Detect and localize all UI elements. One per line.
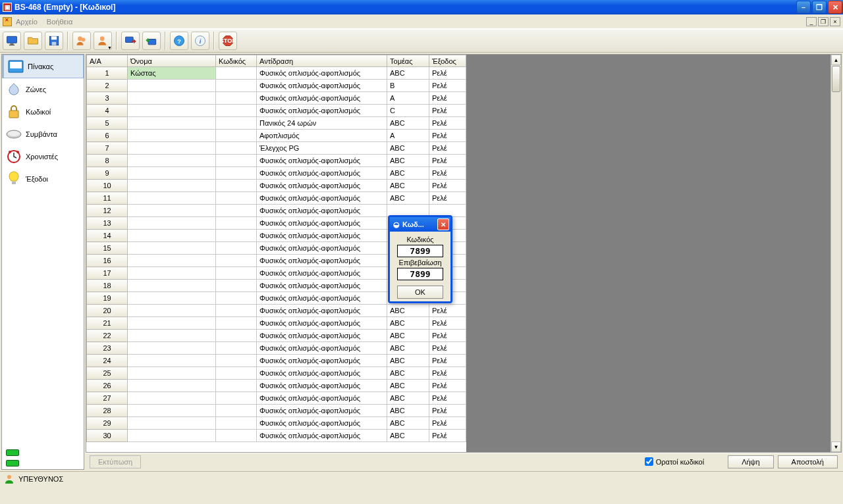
cell-name[interactable] — [128, 205, 216, 217]
table-row[interactable]: 24Φυσικός οπλισμός-αφοπλισμόςABCΡελέ — [87, 355, 466, 367]
header-code[interactable]: Κωδικός — [216, 55, 257, 67]
open-button[interactable] — [24, 32, 42, 50]
cell-exit[interactable]: Ρελέ — [429, 342, 466, 355]
cell-react[interactable]: Φυσικός οπλισμός-αφοπλισμός — [257, 417, 387, 430]
table-row[interactable]: 7Έλεγχος PGABCΡελέ — [87, 142, 466, 155]
cell-react[interactable]: Φυσικός οπλισμός-αφοπλισμός — [257, 255, 387, 267]
cell-react[interactable]: Φυσικός οπλισμός-αφοπλισμός — [257, 380, 387, 392]
save-button[interactable] — [45, 32, 63, 50]
cell-aa[interactable]: 6 — [87, 130, 128, 142]
cell-aa[interactable]: 29 — [87, 417, 128, 430]
cell-react[interactable]: Φυσικός οπλισμός-αφοπλισμός — [257, 317, 387, 330]
cell-sector[interactable]: ABC — [387, 380, 429, 392]
cell-code[interactable] — [216, 230, 257, 242]
mdi-restore-button[interactable]: ❐ — [818, 17, 829, 26]
cell-sector[interactable]: ABC — [387, 192, 429, 205]
cell-code[interactable] — [216, 305, 257, 317]
cell-name[interactable] — [128, 92, 216, 105]
table-row[interactable]: 3Φυσικός οπλισμός-αφοπλισμόςAΡελέ — [87, 92, 466, 105]
cell-exit[interactable]: Ρελέ — [429, 80, 466, 92]
cell-aa[interactable]: 17 — [87, 267, 128, 280]
scroll-up-button[interactable]: ▲ — [831, 55, 841, 65]
receive-button[interactable]: Λήψη — [728, 455, 773, 468]
mdi-minimize-button[interactable]: _ — [806, 17, 817, 26]
cell-code[interactable] — [216, 142, 257, 155]
stop-button[interactable]: STOP — [219, 32, 237, 50]
cell-react[interactable]: Φυσικός οπλισμός-αφοπλισμός — [257, 430, 387, 442]
header-exit[interactable]: Έξοδος — [429, 55, 466, 67]
cell-aa[interactable]: 21 — [87, 317, 128, 330]
dialog-code-input[interactable] — [397, 245, 443, 257]
cell-exit[interactable]: Ρελέ — [429, 430, 466, 442]
cell-aa[interactable]: 5 — [87, 117, 128, 130]
minimize-button[interactable]: – — [796, 1, 811, 14]
cell-name[interactable] — [128, 167, 216, 180]
cell-code[interactable] — [216, 217, 257, 230]
cell-react[interactable]: Φυσικός οπλισμός-αφοπλισμός — [257, 367, 387, 380]
cell-code[interactable] — [216, 130, 257, 142]
cell-sector[interactable]: ABC — [387, 180, 429, 192]
cell-react[interactable]: Φυσικός οπλισμός-αφοπλισμός — [257, 67, 387, 80]
table-row[interactable]: 26Φυσικός οπλισμός-αφοπλισμόςABCΡελέ — [87, 380, 466, 392]
mdi-close-button[interactable]: × — [830, 17, 840, 26]
header-sector[interactable]: Τομέας — [387, 55, 429, 67]
cell-sector[interactable]: ABC — [387, 430, 429, 442]
sidebar-item-panel[interactable]: Πίνακας — [2, 55, 84, 78]
visible-codes-check[interactable] — [645, 457, 653, 466]
cell-aa[interactable]: 16 — [87, 255, 128, 267]
cell-code[interactable] — [216, 317, 257, 330]
cell-react[interactable]: Φυσικός οπλισμός-αφοπλισμός — [257, 192, 387, 205]
table-row[interactable]: 4Φυσικός οπλισμός-αφοπλισμόςCΡελέ — [87, 105, 466, 117]
cell-code[interactable] — [216, 205, 257, 217]
download-button[interactable] — [121, 32, 140, 50]
cell-code[interactable] — [216, 417, 257, 430]
scroll-thumb[interactable] — [832, 66, 840, 92]
cell-name[interactable] — [128, 105, 216, 117]
cell-aa[interactable]: 8 — [87, 155, 128, 167]
users-add-button[interactable] — [72, 32, 91, 50]
monitor-button[interactable] — [3, 32, 21, 50]
cell-code[interactable] — [216, 105, 257, 117]
cell-react[interactable]: Φυσικός οπλισμός-αφοπλισμός — [257, 405, 387, 417]
cell-aa[interactable]: 24 — [87, 355, 128, 367]
cell-react[interactable]: Φυσικός οπλισμός-αφοπλισμός — [257, 92, 387, 105]
cell-react[interactable]: Φυσικός οπλισμός-αφοπλισμός — [257, 355, 387, 367]
table-row[interactable]: 21Φυσικός οπλισμός-αφοπλισμόςABCΡελέ — [87, 317, 466, 330]
sidebar-item-events[interactable]: Συμβάντα — [2, 123, 84, 145]
cell-name[interactable] — [128, 142, 216, 155]
visible-codes-checkbox[interactable]: Ορατοί κωδικοί — [645, 457, 704, 466]
scroll-down-button[interactable]: ▼ — [831, 441, 841, 452]
cell-aa[interactable]: 11 — [87, 192, 128, 205]
cell-react[interactable]: Φυσικός οπλισμός-αφοπλισμός — [257, 180, 387, 192]
cell-sector[interactable]: ABC — [387, 405, 429, 417]
cell-react[interactable]: Φυσικός οπλισμός-αφοπλισμός — [257, 292, 387, 305]
cell-aa[interactable]: 15 — [87, 242, 128, 255]
cell-react[interactable]: Αφοπλισμός — [257, 130, 387, 142]
cell-code[interactable] — [216, 355, 257, 367]
table-row[interactable]: 9Φυσικός οπλισμός-αφοπλισμόςABCΡελέ — [87, 167, 466, 180]
cell-name[interactable] — [128, 117, 216, 130]
cell-aa[interactable]: 10 — [87, 180, 128, 192]
cell-react[interactable]: Φυσικός οπλισμός-αφοπλισμός — [257, 330, 387, 342]
cell-exit[interactable]: Ρελέ — [429, 380, 466, 392]
table-row[interactable]: 29Φυσικός οπλισμός-αφοπλισμόςABCΡελέ — [87, 417, 466, 430]
cell-code[interactable] — [216, 405, 257, 417]
cell-exit[interactable]: Ρελέ — [429, 305, 466, 317]
cell-code[interactable] — [216, 367, 257, 380]
header-name[interactable]: Όνομα — [128, 55, 216, 67]
table-row[interactable]: 10Φυσικός οπλισμός-αφοπλισμόςABCΡελέ — [87, 180, 466, 192]
menu-file[interactable]: Αρχείο — [16, 18, 38, 26]
cell-aa[interactable]: 7 — [87, 142, 128, 155]
cell-react[interactable]: Φυσικός οπλισμός-αφοπλισμός — [257, 267, 387, 280]
table-row[interactable]: 23Φυσικός οπλισμός-αφοπλισμόςABCΡελέ — [87, 342, 466, 355]
cell-code[interactable] — [216, 267, 257, 280]
cell-name[interactable] — [128, 242, 216, 255]
menu-help[interactable]: Βοήθεια — [47, 18, 72, 26]
cell-aa[interactable]: 13 — [87, 217, 128, 230]
cell-aa[interactable]: 4 — [87, 105, 128, 117]
info-button[interactable]: i — [191, 32, 209, 50]
table-row[interactable]: 1ΚώσταςΦυσικός οπλισμός-αφοπλισμόςABCΡελ… — [87, 67, 466, 80]
cell-react[interactable]: Φυσικός οπλισμός-αφοπλισμός — [257, 305, 387, 317]
dialog-confirm-input[interactable] — [397, 268, 443, 280]
cell-aa[interactable]: 1 — [87, 67, 128, 80]
